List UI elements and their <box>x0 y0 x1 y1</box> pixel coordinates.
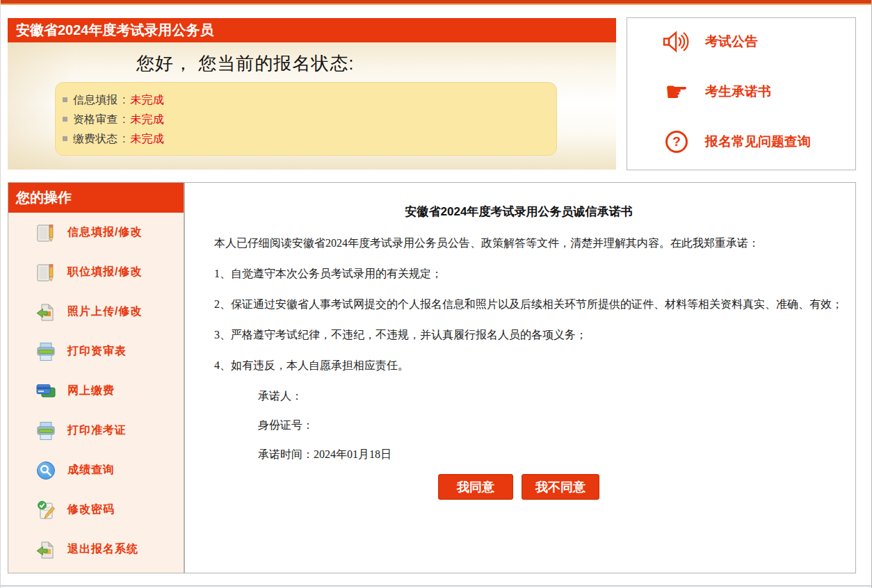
quick-link-label: 考生承诺书 <box>705 83 771 101</box>
score-search-icon <box>35 459 57 482</box>
sidebar-item-online-payment[interactable]: 网上缴费 <box>8 371 184 411</box>
sidebar-operations-panel: 您的操作 信息填报/修改 <box>8 182 184 573</box>
sidebar-item-print-admission-ticket[interactable]: 打印准考证 <box>8 411 184 450</box>
photo-upload-icon <box>35 301 57 323</box>
commitment-title: 安徽省2024年度考试录用公务员诚信承诺书 <box>192 204 846 220</box>
greeting-text: 您好， 您当前的报名状态: <box>8 42 616 76</box>
agreement-button-row: 我同意 我不同意 <box>192 474 846 500</box>
square-bullet-icon <box>63 117 67 122</box>
form-edit-icon <box>35 222 57 244</box>
sidebar-item-label: 打印资审表 <box>67 344 127 359</box>
sidebar-item-print-review-form[interactable]: 打印资审表 <box>8 332 184 371</box>
agree-button[interactable]: 我同意 <box>438 474 513 500</box>
commitment-item-3: 3、严格遵守考试纪律，不违纪，不违规，并认真履行报名人员的各项义务； <box>192 325 846 344</box>
status-value: 未完成 <box>130 113 163 125</box>
status-label: 资格审查 <box>73 113 118 125</box>
status-panel-title: 安徽省2024年度考试录用公务员 <box>8 18 616 42</box>
commitment-item-1: 1、自觉遵守本次公务员考试录用的有关规定； <box>192 264 846 283</box>
commitment-item-2: 2、保证通过安徽省人事考试网提交的个人报名信息和照片以及后续相关环节所提供的证件… <box>192 295 846 313</box>
status-separator: : <box>122 133 125 145</box>
sidebar-item-label: 职位填报/修改 <box>67 265 142 279</box>
commitment-item-4: 4、如有违反，本人自愿承担相应责任。 <box>192 356 846 375</box>
link-registration-faq[interactable]: ? 报名常见问题查询 <box>627 131 855 153</box>
status-label: 缴费状态 <box>73 133 118 145</box>
password-edit-icon <box>35 499 57 521</box>
disagree-button[interactable]: 我不同意 <box>522 474 599 500</box>
sidebar-item-label: 成绩查询 <box>67 463 115 477</box>
sidebar-item-label: 照片上传/修改 <box>67 304 142 319</box>
sidebar-title: 您的操作 <box>8 183 184 213</box>
quick-link-label: 报名常见问题查询 <box>705 133 811 151</box>
link-exam-announcement[interactable]: 考试公告 <box>627 31 855 53</box>
sidebar-item-change-password[interactable]: 修改密码 <box>8 490 184 530</box>
status-separator: : <box>122 94 125 106</box>
sidebar-item-exit-system[interactable]: 退出报名系统 <box>8 530 184 569</box>
form-edit-icon <box>35 261 57 284</box>
status-box: 信息填报:未完成 资格审查:未完成 缴费状态:未完成 <box>55 82 557 156</box>
exit-system-icon <box>35 539 57 561</box>
signature-promiser: 承诺人： <box>258 386 846 405</box>
printer-icon <box>35 341 57 363</box>
status-label: 信息填报 <box>73 94 118 106</box>
pointing-hand-icon: ☛ <box>661 81 693 102</box>
status-separator: : <box>122 113 125 125</box>
quick-link-label: 考试公告 <box>705 33 758 51</box>
square-bullet-icon <box>63 97 67 102</box>
status-panel: 安徽省2024年度考试录用公务员 您好， 您当前的报名状态: 信息填报:未完成 … <box>8 18 616 170</box>
sidebar-item-label: 修改密码 <box>67 503 115 517</box>
speaker-icon <box>661 31 693 53</box>
status-value: 未完成 <box>130 94 163 106</box>
square-bullet-icon <box>63 136 67 141</box>
registration-page: 安徽省2024年度考试录用公务员 您好， 您当前的报名状态: 信息填报:未完成 … <box>0 0 872 588</box>
status-value: 未完成 <box>130 133 163 145</box>
page-bottom-divider <box>1 585 871 587</box>
signature-id-number: 身份证号： <box>258 416 846 434</box>
sidebar-item-label: 网上缴费 <box>67 384 115 398</box>
commitment-intro: 本人已仔细阅读安徽省2024年度考试录用公务员公告、政策解答等文件，清楚并理解其… <box>192 234 846 252</box>
sidebar-item-score-inquiry[interactable]: 成绩查询 <box>8 450 184 490</box>
sidebar-item-label: 打印准考证 <box>67 423 127 438</box>
sidebar-item-info-fill[interactable]: 信息填报/修改 <box>8 213 184 252</box>
top-red-bar <box>1 0 871 5</box>
status-row-payment: 缴费状态:未完成 <box>63 129 556 149</box>
status-panel-body: 您好， 您当前的报名状态: 信息填报:未完成 资格审查:未完成 缴费状态:未完成 <box>8 42 616 170</box>
signature-promise-time: 承诺时间：2024年01月18日 <box>258 445 846 464</box>
sidebar-item-position-fill[interactable]: 职位填报/修改 <box>8 252 184 292</box>
quick-links-panel: 考试公告 ☛ 考生承诺书 ? 报名常见问题查询 <box>627 17 856 170</box>
commitment-letter-panel: 安徽省2024年度考试录用公务员诚信承诺书 本人已仔细阅读安徽省2024年度考试… <box>184 182 856 573</box>
sidebar-item-photo-upload[interactable]: 照片上传/修改 <box>8 292 184 332</box>
printer-icon <box>35 420 57 442</box>
sidebar-item-label: 退出报名系统 <box>67 542 138 557</box>
link-candidate-commitment[interactable]: ☛ 考生承诺书 <box>627 81 855 102</box>
payment-cards-icon <box>35 380 57 402</box>
question-mark-icon: ? <box>661 131 693 153</box>
status-row-review: 资格审查:未完成 <box>63 110 556 129</box>
sidebar-item-label: 信息填报/修改 <box>67 225 142 240</box>
status-row-info: 信息填报:未完成 <box>63 90 556 110</box>
